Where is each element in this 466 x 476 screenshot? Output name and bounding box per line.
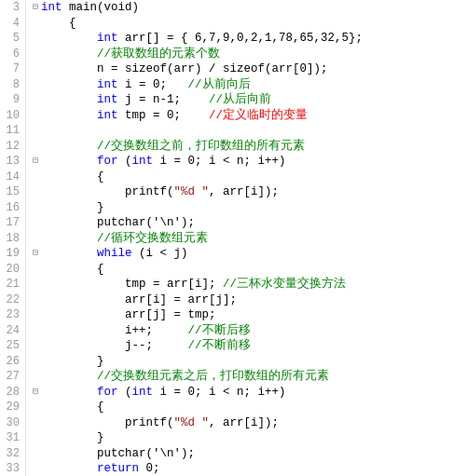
token-kw: int [41,1,62,14]
token-plain: ( [118,155,132,168]
token-kw: int [97,32,118,45]
line-numbers: 3456789101112131415161718192021222324252… [0,0,26,476]
token-fn: printf [125,185,167,198]
token-plain [41,140,97,153]
fold-indicator[interactable] [30,292,41,308]
fold-indicator[interactable] [30,92,41,108]
line-number: 15 [4,184,20,200]
token-plain: ('\n'); [146,447,196,460]
fold-indicator[interactable] [30,307,41,323]
fold-indicator[interactable] [30,430,41,446]
token-kw: return [97,462,139,475]
line-number: 28 [4,385,20,401]
fold-indicator[interactable] [30,277,41,292]
line-number: 10 [4,108,20,124]
token-cm: //从前向后 [188,78,251,91]
fold-indicator[interactable] [30,31,41,47]
token-plain: tmp = arr[i]; [41,278,223,291]
fold-indicator[interactable] [30,215,41,231]
code-line: putchar('\n'); [30,215,466,231]
fold-indicator[interactable]: ⊟ [30,154,41,170]
fold-indicator[interactable] [30,461,41,476]
token-fn: printf [125,416,167,429]
line-number: 9 [4,92,20,108]
fold-indicator[interactable] [30,354,41,370]
token-kw: int [132,155,154,168]
token-plain [41,462,97,475]
code-text: int main(void) [41,0,466,16]
code-text: int tmp = 0; //定义临时的变量 [41,108,466,124]
token-plain [41,48,97,61]
code-text: printf("%d ", arr[i]); [41,184,466,200]
token-plain: } [41,355,104,368]
code-text: printf("%d ", arr[i]); [41,415,466,431]
line-number: 33 [4,461,20,476]
code-line: int arr[] = { 6,7,9,0,2,1,78,65,32,5}; [30,31,466,47]
code-line: printf("%d ", arr[i]); [30,184,466,200]
line-number: 4 [4,16,20,32]
fold-indicator[interactable] [30,108,41,124]
line-number: 16 [4,200,20,216]
token-fn: putchar [97,216,146,229]
line-number: 17 [4,215,20,231]
fold-indicator[interactable]: ⊟ [30,385,41,401]
token-plain [41,447,97,460]
code-line: return 0; [30,461,466,476]
code-text: int i = 0; //从前向后 [41,77,466,93]
fold-indicator[interactable] [30,123,41,139]
line-number: 32 [4,446,20,462]
token-special: //定义临时的变量 [209,109,308,122]
fold-indicator[interactable] [30,139,41,155]
fold-indicator[interactable] [30,200,41,216]
code-line: int j = n-1; //从后向前 [30,92,466,108]
fold-indicator[interactable]: ⊟ [30,246,41,262]
token-plain: main(void) [62,1,140,14]
fold-indicator[interactable] [30,47,41,62]
line-number: 29 [4,400,20,415]
line-number: 21 [4,277,20,292]
code-text: } [41,354,466,370]
code-text: for (int i = 0; i < n; i++) [41,154,466,170]
code-text: putchar('\n'); [41,215,466,231]
fold-indicator[interactable] [30,262,41,278]
code-area[interactable]: ⊟int main(void) { int arr[] = { 6,7,9,0,… [26,0,466,476]
code-line: n = sizeof(arr) / sizeof(arr[0]); [30,61,466,77]
fold-indicator[interactable] [30,323,41,339]
fold-indicator[interactable] [30,16,41,32]
token-cm: //从后向前 [209,93,271,106]
fold-indicator[interactable] [30,231,41,247]
code-line: ⊟ for (int i = 0; i < n; i++) [30,154,466,170]
code-line: j--; //不断前移 [30,338,466,354]
line-number: 26 [4,354,20,370]
token-kw: int [132,386,154,399]
fold-indicator[interactable] [30,170,41,185]
fold-indicator[interactable] [30,400,41,415]
token-plain: 0; [139,462,160,475]
code-text: //循环交换数组元素 [41,231,466,247]
token-plain: { [41,17,76,30]
token-plain: { [41,401,104,414]
code-text: n = sizeof(arr) / sizeof(arr[0]); [41,61,466,77]
fold-indicator[interactable] [30,338,41,354]
code-line: tmp = arr[i]; //三杯水变量交换方法 [30,277,466,292]
token-plain [41,185,125,198]
code-text: { [41,16,466,32]
fold-indicator[interactable] [30,415,41,431]
fold-indicator[interactable] [30,61,41,77]
fold-indicator[interactable] [30,77,41,93]
line-number: 14 [4,170,20,185]
fold-indicator[interactable]: ⊟ [30,0,41,16]
token-plain: j--; [41,339,188,352]
token-plain: } [41,201,104,214]
token-str: "%d " [174,185,210,198]
fold-indicator[interactable] [30,446,41,462]
fold-indicator[interactable] [30,369,41,385]
token-plain [41,32,97,45]
token-kw: for [97,386,118,399]
code-line: //交换数组元素之后，打印数组的所有元素 [30,369,466,385]
code-line: //获取数组的元素个数 [30,47,466,62]
fold-indicator[interactable] [30,184,41,200]
line-number: 22 [4,292,20,308]
code-line: { [30,170,466,185]
token-cm: //不断前移 [188,339,251,352]
